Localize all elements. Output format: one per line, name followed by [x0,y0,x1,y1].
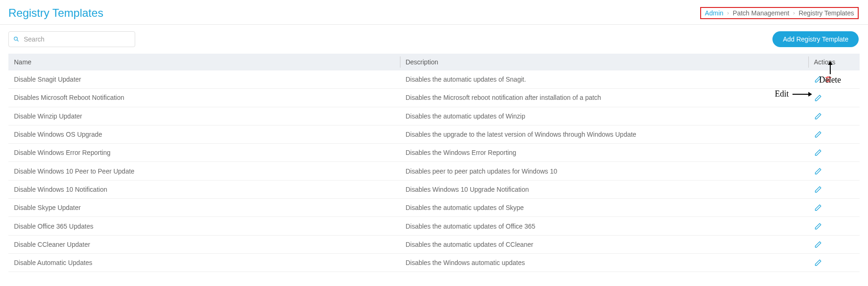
cell-description: Disables the Windows Error Reporting [400,144,808,162]
header-bar: Registry Templates Admin › Patch Managem… [0,0,868,25]
column-header-actions: Actions [808,54,860,70]
table-row: Disable Windows Error ReportingDisables … [8,144,860,162]
cell-actions [808,199,860,217]
registry-templates-table: Name Description Actions Disable Snagit … [8,54,860,272]
add-registry-template-button[interactable]: Add Registry Template [772,31,859,47]
table-row: Disable Automatic UpdatesDisables the Wi… [8,253,860,272]
delete-icon[interactable] [824,75,833,84]
cell-name: Disable Windows Error Reporting [8,144,400,162]
cell-description: Disables peer to peer patch updates for … [400,162,808,180]
cell-name: Disables Microsoft Reboot Notification [8,89,400,107]
cell-name: Disable Windows 10 Notification [8,180,400,198]
edit-icon[interactable] [814,222,822,230]
edit-icon[interactable] [814,112,822,120]
table-row: Disable Office 365 UpdatesDisables the a… [8,217,860,235]
cell-actions [808,217,860,235]
cell-name: Disable Snagit Updater [8,70,400,89]
table-row: Disable Windows OS UpgradeDisables the u… [8,125,860,143]
table-row: Disable Skype UpdaterDisables the automa… [8,199,860,217]
table-row: Disable Winzip UpdaterDisables the autom… [8,107,860,125]
cell-actions [808,70,860,89]
breadcrumb-patch-management[interactable]: Patch Management [733,9,789,17]
table-row: Disables Microsoft Reboot NotificationDi… [8,89,860,107]
edit-icon[interactable] [814,258,822,267]
cell-name: Disable Windows 10 Peer to Peer Update [8,162,400,180]
search-icon [13,36,20,42]
cell-actions [808,180,860,198]
cell-description: Disables the automatic updates of CClean… [400,235,808,253]
cell-name: Disable Winzip Updater [8,107,400,125]
cell-name: Disable Windows OS Upgrade [8,125,400,143]
edit-icon[interactable] [814,148,822,157]
svg-line-1 [17,40,19,42]
breadcrumb-admin[interactable]: Admin [705,9,723,17]
cell-description: Disables the automatic updates of Winzip [400,107,808,125]
cell-description: Disables the Windows automatic updates [400,253,808,272]
cell-name: Disable Skype Updater [8,199,400,217]
table-row: Disable Windows 10 NotificationDisables … [8,180,860,198]
edit-icon[interactable] [814,130,822,139]
chevron-right-icon: › [727,10,729,16]
cell-actions [808,162,860,180]
edit-icon[interactable] [814,75,822,84]
page-title: Registry Templates [8,7,103,20]
edit-icon[interactable] [814,240,822,249]
cell-name: Disable Automatic Updates [8,253,400,272]
svg-point-0 [14,37,17,40]
cell-description: Disables the automatic updates of Office… [400,217,808,235]
cell-name: Disable CCleaner Updater [8,235,400,253]
cell-description: Disables the upgrade to the latest versi… [400,125,808,143]
cell-description: Disables the automatic updates of Skype [400,199,808,217]
breadcrumb-registry-templates: Registry Templates [799,9,854,17]
toolbar: Add Registry Template [0,25,868,52]
table-row: Disable Windows 10 Peer to Peer UpdateDi… [8,162,860,180]
cell-actions [808,89,860,107]
column-header-name[interactable]: Name [8,54,400,70]
cell-actions [808,144,860,162]
chevron-right-icon: › [793,10,795,16]
column-header-description[interactable]: Description [400,54,808,70]
edit-icon[interactable] [814,94,822,102]
table-row: Disable CCleaner UpdaterDisables the aut… [8,235,860,253]
breadcrumb: Admin › Patch Management › Registry Temp… [700,7,859,19]
cell-description: Disables the automatic updates of Snagit… [400,70,808,89]
cell-name: Disable Office 365 Updates [8,217,400,235]
cell-actions [808,253,860,272]
cell-description: Disables Windows 10 Upgrade Notification [400,180,808,198]
cell-actions [808,235,860,253]
search-input[interactable] [8,31,135,47]
table-row: Disable Snagit UpdaterDisables the autom… [8,70,860,89]
cell-actions [808,107,860,125]
search-wrap [8,31,135,47]
cell-description: Disables the Microsoft reboot notificati… [400,89,808,107]
edit-icon[interactable] [814,167,822,175]
edit-icon[interactable] [814,203,822,212]
cell-actions [808,125,860,143]
edit-icon[interactable] [814,185,822,194]
